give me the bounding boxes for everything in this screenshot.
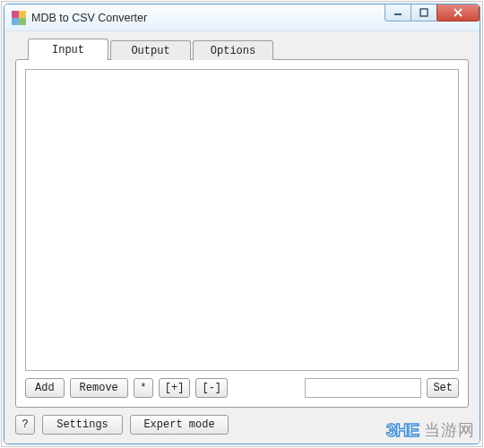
settings-button[interactable]: Settings (42, 415, 123, 435)
window-title: MDB to CSV Converter (31, 12, 147, 24)
set-button[interactable]: Set (427, 378, 459, 398)
remove-button[interactable]: Remove (70, 378, 128, 398)
tab-input[interactable]: Input (28, 39, 108, 60)
expert-mode-button[interactable]: Expert mode (130, 415, 229, 435)
collapse-button[interactable]: [-] (195, 378, 228, 398)
tab-host: Input Output Options Add Remove * [+] [-… (15, 40, 469, 408)
close-button[interactable] (436, 4, 480, 22)
tab-output[interactable]: Output (110, 40, 191, 60)
close-icon (453, 8, 463, 17)
file-listbox[interactable] (25, 69, 459, 371)
maximize-icon (419, 8, 428, 17)
expand-button[interactable]: [+] (159, 378, 191, 398)
tabstrip: Input Output Options (28, 40, 469, 60)
svg-rect-1 (420, 9, 428, 16)
tab-page-input: Add Remove * [+] [-] Set (15, 59, 469, 408)
add-button[interactable]: Add (25, 378, 65, 398)
filter-input[interactable] (305, 378, 421, 398)
client-area: Input Output Options Add Remove * [+] [-… (4, 31, 480, 444)
titlebar[interactable]: MDB to CSV Converter (4, 4, 480, 31)
bottom-bar: ? Settings Expert mode (15, 415, 469, 435)
star-button[interactable]: * (134, 378, 153, 398)
maximize-button[interactable] (411, 4, 437, 22)
minimize-icon (393, 8, 402, 17)
app-window: MDB to CSV Converter Input Output Option… (4, 4, 480, 444)
minimize-button[interactable] (385, 4, 411, 22)
window-controls (385, 4, 480, 22)
help-button[interactable]: ? (15, 415, 35, 435)
file-toolbar: Add Remove * [+] [-] Set (25, 378, 459, 398)
app-icon (12, 11, 26, 25)
tab-options[interactable]: Options (193, 40, 273, 60)
